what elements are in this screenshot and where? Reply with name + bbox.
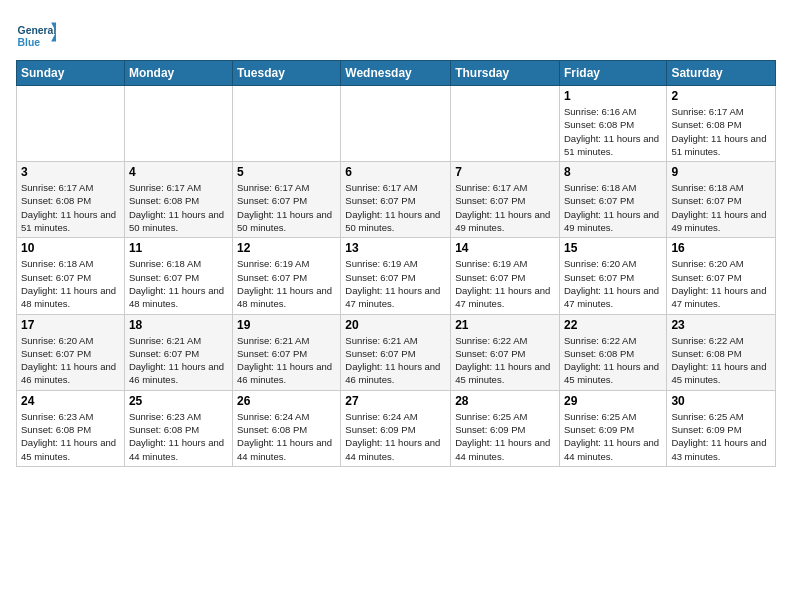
calendar-cell: 29Sunrise: 6:25 AM Sunset: 6:09 PM Dayli… xyxy=(559,390,666,466)
day-of-week-header: Tuesday xyxy=(233,61,341,86)
calendar-cell: 16Sunrise: 6:20 AM Sunset: 6:07 PM Dayli… xyxy=(667,238,776,314)
day-of-week-header: Friday xyxy=(559,61,666,86)
day-number: 28 xyxy=(455,394,555,408)
day-number: 9 xyxy=(671,165,771,179)
calendar-cell: 23Sunrise: 6:22 AM Sunset: 6:08 PM Dayli… xyxy=(667,314,776,390)
day-number: 12 xyxy=(237,241,336,255)
day-info: Sunrise: 6:18 AM Sunset: 6:07 PM Dayligh… xyxy=(129,257,228,310)
day-number: 15 xyxy=(564,241,662,255)
day-number: 19 xyxy=(237,318,336,332)
day-of-week-header: Sunday xyxy=(17,61,125,86)
day-of-week-header: Thursday xyxy=(451,61,560,86)
calendar-cell: 15Sunrise: 6:20 AM Sunset: 6:07 PM Dayli… xyxy=(559,238,666,314)
day-info: Sunrise: 6:17 AM Sunset: 6:08 PM Dayligh… xyxy=(671,105,771,158)
day-of-week-header: Saturday xyxy=(667,61,776,86)
svg-text:Blue: Blue xyxy=(18,37,41,48)
calendar-cell: 6Sunrise: 6:17 AM Sunset: 6:07 PM Daylig… xyxy=(341,162,451,238)
day-number: 1 xyxy=(564,89,662,103)
calendar-cell: 14Sunrise: 6:19 AM Sunset: 6:07 PM Dayli… xyxy=(451,238,560,314)
day-number: 10 xyxy=(21,241,120,255)
day-info: Sunrise: 6:18 AM Sunset: 6:07 PM Dayligh… xyxy=(21,257,120,310)
day-number: 14 xyxy=(455,241,555,255)
day-info: Sunrise: 6:20 AM Sunset: 6:07 PM Dayligh… xyxy=(564,257,662,310)
calendar-cell xyxy=(451,86,560,162)
calendar-cell: 9Sunrise: 6:18 AM Sunset: 6:07 PM Daylig… xyxy=(667,162,776,238)
day-info: Sunrise: 6:25 AM Sunset: 6:09 PM Dayligh… xyxy=(455,410,555,463)
calendar-cell: 21Sunrise: 6:22 AM Sunset: 6:07 PM Dayli… xyxy=(451,314,560,390)
calendar-week-row: 24Sunrise: 6:23 AM Sunset: 6:08 PM Dayli… xyxy=(17,390,776,466)
calendar-cell: 4Sunrise: 6:17 AM Sunset: 6:08 PM Daylig… xyxy=(124,162,232,238)
day-info: Sunrise: 6:25 AM Sunset: 6:09 PM Dayligh… xyxy=(671,410,771,463)
day-number: 6 xyxy=(345,165,446,179)
calendar-week-row: 17Sunrise: 6:20 AM Sunset: 6:07 PM Dayli… xyxy=(17,314,776,390)
calendar-cell xyxy=(341,86,451,162)
day-info: Sunrise: 6:21 AM Sunset: 6:07 PM Dayligh… xyxy=(129,334,228,387)
svg-text:General: General xyxy=(18,25,56,36)
day-number: 27 xyxy=(345,394,446,408)
calendar-cell xyxy=(124,86,232,162)
day-info: Sunrise: 6:23 AM Sunset: 6:08 PM Dayligh… xyxy=(129,410,228,463)
calendar-cell: 27Sunrise: 6:24 AM Sunset: 6:09 PM Dayli… xyxy=(341,390,451,466)
calendar-cell: 12Sunrise: 6:19 AM Sunset: 6:07 PM Dayli… xyxy=(233,238,341,314)
calendar-cell: 7Sunrise: 6:17 AM Sunset: 6:07 PM Daylig… xyxy=(451,162,560,238)
calendar-cell: 18Sunrise: 6:21 AM Sunset: 6:07 PM Dayli… xyxy=(124,314,232,390)
calendar-cell: 17Sunrise: 6:20 AM Sunset: 6:07 PM Dayli… xyxy=(17,314,125,390)
day-number: 20 xyxy=(345,318,446,332)
day-number: 23 xyxy=(671,318,771,332)
calendar-cell xyxy=(17,86,125,162)
day-number: 3 xyxy=(21,165,120,179)
day-number: 4 xyxy=(129,165,228,179)
calendar-week-row: 10Sunrise: 6:18 AM Sunset: 6:07 PM Dayli… xyxy=(17,238,776,314)
day-number: 7 xyxy=(455,165,555,179)
calendar-cell: 30Sunrise: 6:25 AM Sunset: 6:09 PM Dayli… xyxy=(667,390,776,466)
calendar-cell: 3Sunrise: 6:17 AM Sunset: 6:08 PM Daylig… xyxy=(17,162,125,238)
calendar-cell: 24Sunrise: 6:23 AM Sunset: 6:08 PM Dayli… xyxy=(17,390,125,466)
page-header: General Blue xyxy=(16,16,776,56)
day-number: 13 xyxy=(345,241,446,255)
calendar-header-row: SundayMondayTuesdayWednesdayThursdayFrid… xyxy=(17,61,776,86)
day-info: Sunrise: 6:22 AM Sunset: 6:08 PM Dayligh… xyxy=(671,334,771,387)
calendar-table: SundayMondayTuesdayWednesdayThursdayFrid… xyxy=(16,60,776,467)
day-info: Sunrise: 6:17 AM Sunset: 6:07 PM Dayligh… xyxy=(237,181,336,234)
calendar-cell: 28Sunrise: 6:25 AM Sunset: 6:09 PM Dayli… xyxy=(451,390,560,466)
day-info: Sunrise: 6:24 AM Sunset: 6:09 PM Dayligh… xyxy=(345,410,446,463)
day-number: 26 xyxy=(237,394,336,408)
day-info: Sunrise: 6:18 AM Sunset: 6:07 PM Dayligh… xyxy=(564,181,662,234)
day-info: Sunrise: 6:22 AM Sunset: 6:07 PM Dayligh… xyxy=(455,334,555,387)
calendar-week-row: 3Sunrise: 6:17 AM Sunset: 6:08 PM Daylig… xyxy=(17,162,776,238)
day-number: 11 xyxy=(129,241,228,255)
day-number: 30 xyxy=(671,394,771,408)
day-info: Sunrise: 6:21 AM Sunset: 6:07 PM Dayligh… xyxy=(345,334,446,387)
day-number: 5 xyxy=(237,165,336,179)
calendar-cell: 5Sunrise: 6:17 AM Sunset: 6:07 PM Daylig… xyxy=(233,162,341,238)
calendar-cell: 11Sunrise: 6:18 AM Sunset: 6:07 PM Dayli… xyxy=(124,238,232,314)
day-info: Sunrise: 6:20 AM Sunset: 6:07 PM Dayligh… xyxy=(671,257,771,310)
day-info: Sunrise: 6:19 AM Sunset: 6:07 PM Dayligh… xyxy=(345,257,446,310)
calendar-cell xyxy=(233,86,341,162)
day-number: 25 xyxy=(129,394,228,408)
calendar-cell: 10Sunrise: 6:18 AM Sunset: 6:07 PM Dayli… xyxy=(17,238,125,314)
day-number: 22 xyxy=(564,318,662,332)
day-number: 2 xyxy=(671,89,771,103)
day-info: Sunrise: 6:20 AM Sunset: 6:07 PM Dayligh… xyxy=(21,334,120,387)
calendar-cell: 2Sunrise: 6:17 AM Sunset: 6:08 PM Daylig… xyxy=(667,86,776,162)
day-number: 8 xyxy=(564,165,662,179)
calendar-cell: 25Sunrise: 6:23 AM Sunset: 6:08 PM Dayli… xyxy=(124,390,232,466)
day-info: Sunrise: 6:23 AM Sunset: 6:08 PM Dayligh… xyxy=(21,410,120,463)
day-number: 29 xyxy=(564,394,662,408)
logo-icon: General Blue xyxy=(16,16,56,56)
day-info: Sunrise: 6:17 AM Sunset: 6:08 PM Dayligh… xyxy=(129,181,228,234)
calendar-week-row: 1Sunrise: 6:16 AM Sunset: 6:08 PM Daylig… xyxy=(17,86,776,162)
day-of-week-header: Monday xyxy=(124,61,232,86)
day-number: 21 xyxy=(455,318,555,332)
day-number: 17 xyxy=(21,318,120,332)
day-info: Sunrise: 6:19 AM Sunset: 6:07 PM Dayligh… xyxy=(455,257,555,310)
day-info: Sunrise: 6:21 AM Sunset: 6:07 PM Dayligh… xyxy=(237,334,336,387)
calendar-cell: 22Sunrise: 6:22 AM Sunset: 6:08 PM Dayli… xyxy=(559,314,666,390)
day-info: Sunrise: 6:18 AM Sunset: 6:07 PM Dayligh… xyxy=(671,181,771,234)
day-info: Sunrise: 6:24 AM Sunset: 6:08 PM Dayligh… xyxy=(237,410,336,463)
calendar-cell: 19Sunrise: 6:21 AM Sunset: 6:07 PM Dayli… xyxy=(233,314,341,390)
day-info: Sunrise: 6:17 AM Sunset: 6:07 PM Dayligh… xyxy=(345,181,446,234)
calendar-cell: 20Sunrise: 6:21 AM Sunset: 6:07 PM Dayli… xyxy=(341,314,451,390)
day-number: 18 xyxy=(129,318,228,332)
